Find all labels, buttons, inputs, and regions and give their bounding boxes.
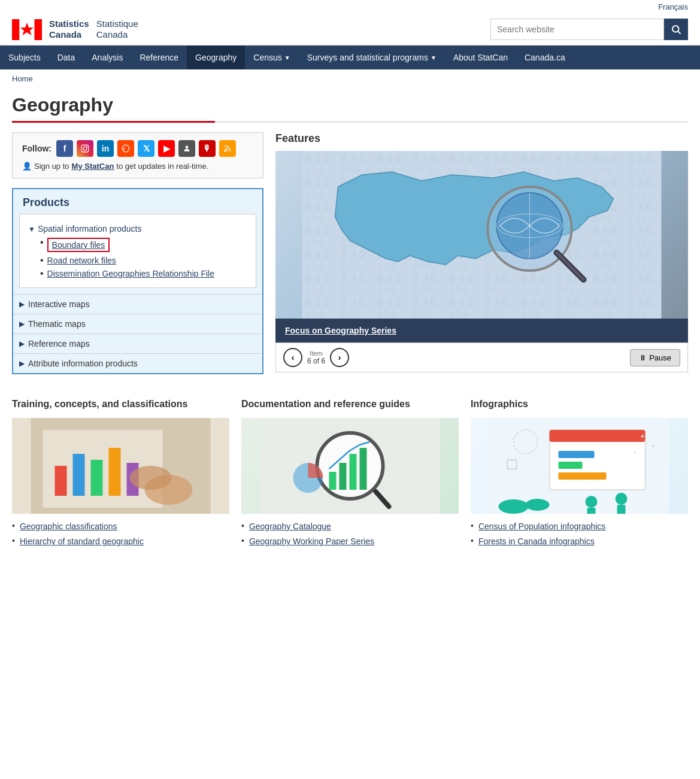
- svg-point-54: [499, 499, 529, 514]
- svg-point-50: [586, 496, 598, 508]
- infographic-link-item-0: Census of Population infographics: [471, 521, 688, 533]
- reference-maps-item[interactable]: ▶ Reference maps: [13, 334, 262, 353]
- features-image: 8 3 0 2 5 9: [275, 151, 688, 319]
- features-nav-left: ‹ Item 6 of 6 ›: [283, 348, 349, 367]
- thematic-maps-item[interactable]: ▶ Thematic maps: [13, 314, 262, 334]
- features-prev-button[interactable]: ‹: [283, 348, 302, 367]
- search-area: [490, 19, 688, 40]
- boundary-link[interactable]: Boundary files: [52, 240, 105, 250]
- svg-rect-46: [550, 430, 646, 442]
- attribute-info-item[interactable]: ▶ Attribute information products: [13, 353, 262, 373]
- spatial-children: • Boundary files • Road network files • …: [25, 236, 251, 280]
- features-caption-link[interactable]: Focus on Geography Series: [285, 326, 396, 335]
- features-title: Features: [275, 132, 688, 145]
- reference-maps-label: Reference maps: [28, 339, 90, 348]
- geo-classifications-link[interactable]: Geographic classifications: [20, 521, 117, 533]
- follow-row: Follow: f in r 𝕏 ▶ 🎙: [22, 140, 253, 157]
- logo-text: StatisticsCanada: [49, 19, 89, 40]
- forests-infographics-link[interactable]: Forests in Canada infographics: [478, 536, 595, 548]
- nav-reference[interactable]: Reference: [131, 46, 187, 69]
- item-count: 6 of 6: [307, 357, 325, 365]
- training-link-item-0: Geographic classifications: [12, 521, 229, 533]
- products-title: Products: [13, 189, 262, 214]
- nav-geography[interactable]: Geography: [187, 46, 245, 69]
- social-icons: f in r 𝕏 ▶ 🎙: [56, 140, 236, 157]
- search-input[interactable]: [490, 19, 664, 40]
- svg-rect-36: [329, 472, 337, 490]
- svg-rect-48: [559, 462, 583, 469]
- interactive-maps-item[interactable]: ▶ Interactive maps: [13, 294, 262, 314]
- nav-about[interactable]: About StatCan: [445, 46, 516, 69]
- svg-rect-27: [73, 454, 85, 496]
- youtube-icon[interactable]: ▶: [158, 140, 175, 157]
- facebook-icon[interactable]: f: [56, 140, 73, 157]
- left-panel: Follow: f in r 𝕏 ▶ 🎙: [12, 132, 263, 374]
- infographic-link-item-1: Forests in Canada infographics: [471, 536, 688, 548]
- breadcrumb-home[interactable]: Home: [12, 74, 33, 83]
- main-nav: Subjects Data Analysis Reference Geograp…: [0, 46, 700, 69]
- follow-box: Follow: f in r 𝕏 ▶ 🎙: [12, 132, 263, 178]
- products-content: ▼ Spatial information products • Boundar…: [19, 214, 256, 288]
- documentation-image: [241, 418, 459, 514]
- doc-svg: [241, 418, 459, 514]
- francais-link[interactable]: Français: [658, 2, 688, 11]
- linkedin-icon[interactable]: in: [97, 140, 114, 157]
- documentation-title: Documentation and reference guides: [241, 398, 459, 411]
- nav-analysis[interactable]: Analysis: [83, 46, 131, 69]
- reddit-icon[interactable]: r: [117, 140, 134, 157]
- nav-data[interactable]: Data: [49, 46, 84, 69]
- spatial-info-link[interactable]: ▼ Spatial information products: [25, 222, 251, 236]
- hierarchy-link[interactable]: Hierarchy of standard geographic: [20, 536, 144, 548]
- person-icon: 👤: [22, 162, 32, 171]
- spatial-expand-arrow: ▼: [28, 225, 35, 234]
- dissemination-link[interactable]: Dissemination Geographies Relationship F…: [47, 269, 214, 278]
- surveys-dropdown-arrow: ▼: [431, 54, 437, 61]
- logo-fr: StatistiqueCanada: [96, 19, 138, 40]
- geo-catalogue-link[interactable]: Geography Catalogue: [249, 521, 331, 533]
- podcast-icon[interactable]: 🎙: [199, 140, 216, 157]
- infographics-section: Infographics: [471, 398, 688, 551]
- item-counter: Item 6 of 6: [307, 350, 325, 365]
- pause-icon: ⏸: [639, 353, 647, 362]
- features-nav: ‹ Item 6 of 6 › ⏸ Pause: [275, 342, 688, 372]
- census-dropdown-arrow: ▼: [284, 54, 290, 61]
- working-paper-link[interactable]: Geography Working Paper Series: [249, 536, 374, 548]
- svg-rect-29: [109, 448, 121, 496]
- svg-rect-47: [559, 451, 595, 458]
- features-pause-button[interactable]: ⏸ Pause: [630, 349, 680, 366]
- nav-canada[interactable]: Canada.ca: [516, 46, 574, 69]
- training-title: Training, concepts, and classifications: [12, 398, 229, 411]
- svg-point-32: [130, 466, 172, 490]
- svg-rect-49: [559, 472, 607, 480]
- svg-rect-6: [81, 145, 89, 152]
- svg-point-4: [672, 26, 679, 32]
- main-content: Follow: f in r 𝕏 ▶ 🎙: [0, 132, 700, 386]
- attribute-arrow: ▶: [19, 359, 25, 368]
- item-label: Item: [307, 350, 325, 357]
- svg-point-11: [186, 146, 189, 148]
- nav-surveys[interactable]: Surveys and statistical programs ▼: [299, 46, 445, 69]
- svg-point-8: [86, 146, 87, 147]
- instagram-icon[interactable]: [77, 140, 93, 157]
- documentation-links: Geography Catalogue Geography Working Pa…: [241, 521, 459, 548]
- rss-icon[interactable]: [219, 140, 236, 157]
- logo-area: StatisticsCanada StatistiqueCanada: [12, 19, 138, 40]
- gc-icon[interactable]: [178, 140, 195, 157]
- twitter-icon[interactable]: 𝕏: [138, 140, 154, 157]
- features-next-button[interactable]: ›: [330, 348, 349, 367]
- features-caption: Focus on Geography Series: [275, 319, 688, 342]
- road-link[interactable]: Road network files: [47, 256, 116, 265]
- nav-subjects[interactable]: Subjects: [0, 46, 49, 69]
- svg-rect-26: [55, 466, 67, 496]
- infographic-svg: ✦ ✦ ✦: [471, 418, 688, 514]
- dissemination-item: • Dissemination Geographies Relationship…: [37, 267, 251, 280]
- reference-arrow: ▶: [19, 340, 25, 348]
- signup-text: Sign up to: [34, 162, 69, 171]
- census-infographics-link[interactable]: Census of Population infographics: [478, 521, 605, 533]
- spatial-tree-item: ▼ Spatial information products • Boundar…: [25, 222, 251, 280]
- doc-link-item-1: Geography Working Paper Series: [241, 536, 459, 548]
- mystatcan-link[interactable]: My StatCan: [72, 162, 114, 171]
- search-button[interactable]: [664, 19, 688, 40]
- training-image: [12, 418, 229, 514]
- nav-census[interactable]: Census ▼: [245, 46, 298, 69]
